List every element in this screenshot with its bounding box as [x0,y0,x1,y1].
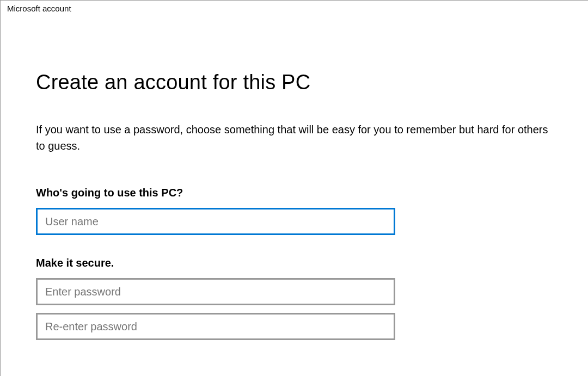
page-title: Create an account for this PC [36,71,555,94]
username-section-label: Who's going to use this PC? [36,187,555,199]
main-content: Create an account for this PC If you wan… [1,16,588,340]
password-section-label: Make it secure. [36,257,555,269]
password-input[interactable] [36,278,395,305]
page-description: If you want to use a password, choose so… [36,121,555,154]
username-input[interactable] [36,208,395,235]
window-title: Microsoft account [1,1,588,16]
window: Microsoft account Create an account for … [0,0,588,376]
confirm-password-input[interactable] [36,313,395,340]
